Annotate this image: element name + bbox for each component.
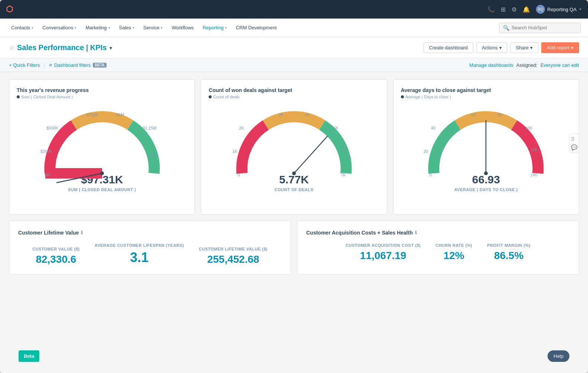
won-deals-card-subtitle: Count of deals [209, 95, 379, 99]
clv-card: Customer Lifetime Value ℹ CUSTOMER VALUE… [9, 220, 291, 275]
customer-value-value: 82,330.6 [32, 253, 80, 265]
svg-text:$1.25M: $1.25M [143, 126, 157, 130]
chevron-down-icon: ▾ [75, 26, 76, 30]
dashboard-actions: Create dashboard Actions ▾ Share ▾ Add r… [424, 42, 579, 53]
svg-text:80: 80 [498, 112, 502, 117]
create-dashboard-button[interactable]: Create dashboard [424, 42, 473, 53]
dashboard-filters-button[interactable]: ≡ Dashboard filters BETA [44, 62, 106, 68]
svg-text:$1.5: $1.5 [149, 153, 157, 157]
gauge-svg: 0 20 40 60 80 100 120 140 [415, 103, 556, 181]
filters-right: Manage dashboards Assigned: Everyone can… [469, 62, 579, 68]
user-chevron-icon: ▼ [579, 7, 582, 11]
dot-icon [401, 95, 404, 98]
revenue-card-title: This year's revenue progress [17, 87, 187, 93]
actions-button[interactable]: Actions ▾ [476, 42, 507, 53]
svg-text:3K: 3K [278, 112, 284, 117]
svg-line-9 [294, 136, 327, 173]
search-icon: 🔍 [503, 25, 509, 31]
nav-reporting[interactable]: Reporting ▾ [199, 23, 231, 33]
gauge-svg: 0 1K 2K 3K 4K 5K 6K 7K [223, 103, 365, 181]
svg-point-10 [292, 171, 296, 175]
chevron-down-icon: ▾ [161, 26, 163, 30]
revenue-gauge-container: $0 $250K $500K $750K $1M $1.25M $1.5 $97… [17, 103, 187, 207]
nav-marketing[interactable]: Marketing ▾ [82, 23, 114, 33]
cac-value-metric: CUSTOMER ACQUISITION COST ($) 11,067.19 [346, 243, 421, 262]
svg-text:$250K: $250K [40, 149, 52, 154]
filters-left: + Quick Filters ≡ Dashboard filters BETA [9, 62, 107, 68]
assigned-label: Assigned: [516, 62, 538, 68]
user-name: Reporting QA [547, 7, 576, 12]
user-menu[interactable]: RQ Reporting QA ▼ [536, 5, 582, 14]
dot-icon [209, 95, 212, 98]
help-button[interactable]: Help [548, 350, 569, 362]
search-bar[interactable]: 🔍 [499, 23, 581, 33]
revenue-gauge-label: SUM ( CLOSED DEAL AMOUNT ) [68, 187, 136, 192]
profit-margin-value: 86.5% [487, 250, 530, 262]
svg-text:0: 0 [429, 173, 432, 177]
phone-icon[interactable]: 📞 [487, 6, 495, 13]
svg-text:6K: 6K [341, 147, 346, 152]
churn-rate-value: 12% [435, 250, 472, 262]
cac-metrics-grid: CUSTOMER ACQUISITION COST ($) 11,067.19 … [306, 243, 570, 262]
svg-text:$750K: $750K [86, 112, 98, 117]
chat-icon[interactable]: 💬 [571, 144, 577, 150]
topbar-right: 📞 ⊞ ⚙ 🔔 RQ Reporting QA ▼ [487, 5, 582, 14]
svg-text:60: 60 [471, 112, 476, 117]
avg-lifespan-label: AVERAGE CUSTOMER LIFESPAN (YEARS) [95, 243, 184, 248]
cac-card-title: Customer Acquisition Costs + Sales Healt… [306, 230, 570, 236]
avatar: RQ [536, 5, 545, 14]
assigned-value[interactable]: Everyone can edit [540, 62, 579, 68]
chevron-down-icon: ▾ [571, 45, 574, 50]
dot-icon [17, 95, 20, 98]
beta-tab[interactable]: Beta [19, 350, 39, 362]
add-report-button[interactable]: Add report ▾ [541, 42, 579, 53]
grid-icon[interactable]: ⊞ [501, 6, 506, 13]
chevron-down-icon: ▾ [133, 26, 134, 30]
chevron-down-icon: ▾ [225, 26, 227, 30]
chevron-down-icon: ▾ [32, 26, 33, 30]
svg-text:4K: 4K [305, 112, 310, 117]
days-close-gauge-svg: 0 20 40 60 80 100 120 140 [401, 103, 571, 181]
svg-text:120: 120 [530, 147, 537, 152]
svg-point-20 [484, 171, 488, 175]
won-deals-card-title: Count of won deals against target [209, 87, 379, 93]
nav-contacts[interactable]: Contacts ▾ [7, 23, 37, 33]
churn-rate-label: CHURN RATE (%) [435, 243, 472, 248]
chevron-down-icon: ▾ [108, 26, 110, 30]
avg-lifespan-value: 3.1 [95, 250, 184, 265]
manage-dashboards-link[interactable]: Manage dashboards [469, 62, 513, 68]
clv-card-title: Customer Lifetime Value ℹ [18, 230, 282, 236]
bottom-row: Customer Lifetime Value ℹ CUSTOMER VALUE… [9, 220, 579, 275]
info-icon[interactable]: ℹ [415, 230, 417, 235]
search-input[interactable] [512, 25, 576, 30]
nav-service[interactable]: Service ▾ [140, 23, 166, 33]
nav-conversations[interactable]: Conversations ▾ [39, 23, 80, 33]
svg-text:5K: 5K [333, 126, 339, 130]
hubspot-logo[interactable]: ⬡ [6, 4, 13, 14]
days-close-card-title: Average days to close against target [401, 87, 571, 93]
customer-value-label: CUSTOMER VALUE ($) [32, 247, 80, 251]
nav-sales[interactable]: Sales ▾ [115, 23, 138, 33]
quick-filters-label: + Quick Filters [9, 62, 40, 68]
cac-value-label: CUSTOMER ACQUISITION COST ($) [346, 243, 421, 248]
title-dropdown-icon[interactable]: ▾ [110, 45, 112, 51]
info-icon[interactable]: ℹ [81, 230, 83, 235]
nav-crm-development[interactable]: CRM Development [232, 23, 280, 33]
clv-value-label: CUSTOMER LIFETIME VALUE ($) [199, 247, 268, 251]
settings-icon[interactable]: ⚙ [512, 6, 517, 13]
gauge-row: This year's revenue progress Sum ( Close… [9, 79, 579, 215]
svg-text:1K: 1K [232, 149, 238, 154]
dashboard-title-row: ☆ Sales Performance | KPIs ▾ [9, 43, 112, 52]
svg-text:2K: 2K [239, 126, 244, 130]
share-button[interactable]: Share ▾ [510, 42, 539, 53]
svg-text:$500K: $500K [46, 126, 58, 130]
nav-workflows[interactable]: Workflows [168, 23, 197, 33]
notifications-icon[interactable]: 🔔 [523, 6, 530, 13]
grid-icon[interactable]: ⠿ [571, 136, 577, 142]
dashboard-filters-label: Dashboard filters [54, 62, 91, 68]
profit-margin-label: PROFIT MARGIN (%) [487, 243, 530, 248]
star-icon[interactable]: ☆ [9, 44, 14, 51]
won-deals-gauge-container: 0 1K 2K 3K 4K 5K 6K 7K 5.77K COUNT OF DE… [209, 103, 379, 207]
quick-filters-button[interactable]: + Quick Filters [9, 62, 40, 68]
svg-point-1 [100, 171, 104, 175]
